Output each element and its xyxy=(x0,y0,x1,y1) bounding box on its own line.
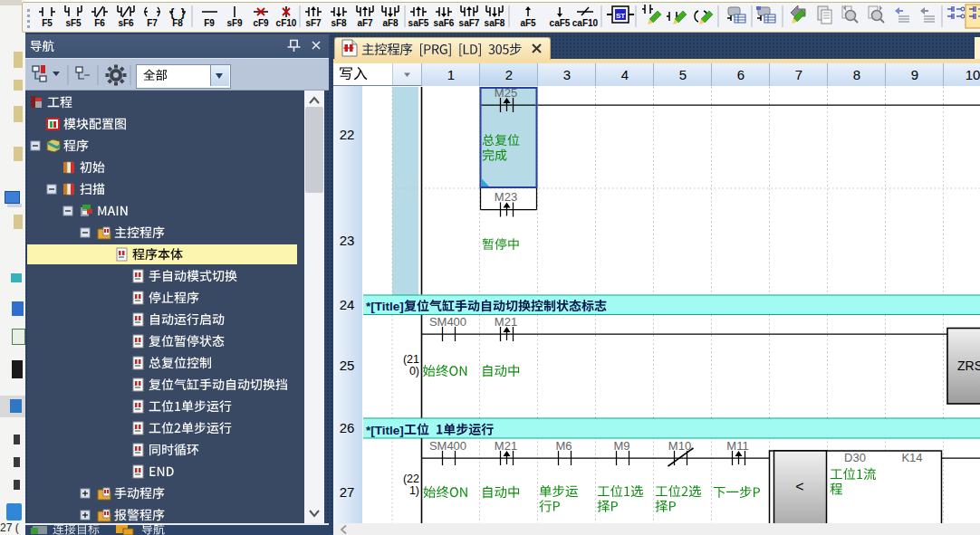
svg-text:M21: M21 xyxy=(495,439,517,453)
svg-text:cF10: cF10 xyxy=(276,18,297,28)
svg-text:caF5: caF5 xyxy=(550,18,571,28)
svg-text:F5: F5 xyxy=(42,18,53,28)
svg-text:M10: M10 xyxy=(668,439,691,453)
svg-text:sF8: sF8 xyxy=(331,18,347,28)
svg-text:0): 0) xyxy=(409,365,419,377)
svg-text:K14: K14 xyxy=(901,451,922,464)
svg-text:M6: M6 xyxy=(555,439,572,453)
svg-text:ST: ST xyxy=(616,12,625,20)
svg-text:M9: M9 xyxy=(613,439,629,453)
svg-text:(21: (21 xyxy=(403,353,419,366)
svg-text:{: { xyxy=(170,6,175,19)
svg-text:M23: M23 xyxy=(495,190,517,204)
svg-text:saF7: saF7 xyxy=(459,18,480,28)
svg-text:SM400: SM400 xyxy=(429,439,466,453)
svg-text:aF5: aF5 xyxy=(520,18,536,28)
svg-text:*[Title]: *[Title] xyxy=(366,424,404,437)
svg-text:cF9: cF9 xyxy=(253,18,269,28)
svg-text:1): 1) xyxy=(409,484,419,497)
svg-text:M25: M25 xyxy=(495,86,517,100)
svg-text:}: } xyxy=(181,6,186,19)
svg-text:F9: F9 xyxy=(204,18,215,28)
svg-text:F6: F6 xyxy=(94,18,105,28)
svg-text:saF8: saF8 xyxy=(485,18,505,28)
svg-text:M11: M11 xyxy=(726,439,748,453)
svg-text:<: < xyxy=(795,479,803,494)
svg-text:M21: M21 xyxy=(495,315,517,329)
svg-text:(22: (22 xyxy=(403,473,419,485)
svg-text:aF7: aF7 xyxy=(357,18,373,28)
svg-text:sF9: sF9 xyxy=(226,18,243,28)
svg-text:aF8: aF8 xyxy=(382,18,399,28)
svg-text:saF6: saF6 xyxy=(434,18,455,28)
svg-text:*[Title]: *[Title] xyxy=(366,300,404,313)
svg-text:F8: F8 xyxy=(172,18,183,28)
svg-text:ZRS: ZRS xyxy=(957,358,980,373)
svg-text:D30: D30 xyxy=(844,451,866,464)
svg-text:sF5: sF5 xyxy=(65,18,82,28)
svg-text:sF7: sF7 xyxy=(305,18,322,28)
svg-text:sF6: sF6 xyxy=(118,18,134,28)
svg-text:caF10: caF10 xyxy=(572,18,599,28)
svg-text:SM400: SM400 xyxy=(429,315,466,329)
svg-text:saF5: saF5 xyxy=(408,18,429,28)
svg-text:F7: F7 xyxy=(147,18,158,28)
